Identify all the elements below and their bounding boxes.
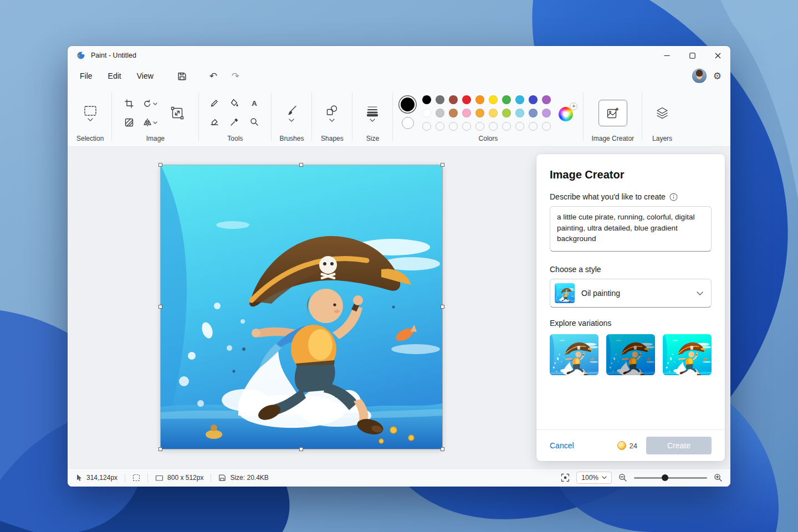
color-swatch[interactable] (475, 95, 484, 104)
variation-thumbnail-1[interactable] (550, 334, 598, 375)
foreground-color[interactable] (401, 98, 415, 111)
file-size-icon (218, 474, 226, 482)
canvas-area[interactable]: Image Creator Describe what you'd like t… (68, 147, 730, 468)
maximize-button[interactable] (679, 46, 705, 65)
rotate-button[interactable] (142, 96, 158, 111)
pencil-tool-button[interactable] (207, 95, 222, 111)
plus-badge-icon: + (570, 103, 577, 110)
color-swatch[interactable] (475, 109, 484, 117)
undo-button[interactable]: ↶ (204, 67, 222, 85)
crop-button[interactable] (121, 96, 137, 111)
menu-view[interactable]: View (129, 68, 161, 84)
menu-edit[interactable]: Edit (100, 68, 129, 84)
account-avatar[interactable] (692, 69, 707, 83)
color-swatch[interactable] (502, 109, 511, 117)
fill-tool-button[interactable] (227, 95, 242, 111)
layers-button[interactable] (650, 100, 674, 126)
ribbon-divider (583, 93, 584, 141)
color-swatch[interactable] (462, 95, 471, 104)
info-icon[interactable] (669, 193, 678, 201)
color-swatch-empty[interactable] (462, 122, 471, 131)
color-swatch[interactable] (542, 95, 551, 104)
ribbon-divider (198, 93, 199, 141)
color-swatch-empty[interactable] (422, 122, 431, 131)
color-swatch[interactable] (489, 95, 498, 104)
color-swatch[interactable] (436, 109, 444, 117)
color-picker-tool-button[interactable] (227, 114, 242, 130)
magnifier-tool-button[interactable] (247, 114, 262, 130)
variation-thumbnail-2[interactable] (606, 334, 655, 375)
zoom-slider-thumb[interactable] (662, 474, 668, 481)
group-label-selection: Selection (76, 134, 104, 144)
close-button[interactable] (705, 46, 730, 65)
canvas-selected-image[interactable] (161, 165, 442, 449)
selection-handle-se[interactable] (441, 447, 444, 451)
background-color[interactable] (402, 117, 414, 129)
create-button[interactable]: Create (646, 437, 712, 454)
variation-image-1 (550, 334, 598, 375)
color-swatch[interactable] (489, 109, 498, 117)
selection-handle-n[interactable] (299, 163, 303, 167)
color-swatch-empty[interactable] (436, 122, 444, 131)
zoom-slider[interactable] (634, 474, 707, 482)
color-swatch-empty[interactable] (475, 122, 484, 131)
color-swatch[interactable] (422, 109, 431, 117)
ribbon-divider (111, 93, 112, 141)
selection-handle-w[interactable] (158, 305, 162, 309)
zoom-out-icon (618, 473, 627, 482)
minimize-button[interactable] (654, 46, 679, 65)
color-swatch[interactable] (436, 95, 444, 104)
eraser-tool-button[interactable] (207, 114, 222, 130)
color-swatch-empty[interactable] (529, 122, 538, 131)
color-swatch[interactable] (515, 95, 524, 104)
size-button[interactable] (360, 98, 385, 129)
style-dropdown[interactable]: Oil painting (550, 279, 712, 308)
color-swatch-empty[interactable] (515, 122, 524, 131)
brushes-button[interactable] (279, 98, 304, 129)
chevron-down-icon (329, 119, 335, 122)
cancel-button[interactable]: Cancel (550, 441, 574, 450)
selection-handle-nw[interactable] (158, 163, 162, 167)
resize-image-button[interactable] (164, 100, 191, 126)
cursor-position: 314,124px (75, 474, 117, 482)
zoom-out-button[interactable] (618, 473, 627, 482)
zoom-in-icon (714, 473, 723, 482)
selection-handle-e[interactable] (441, 305, 444, 309)
fit-to-screen-button[interactable] (561, 473, 570, 482)
prompt-input[interactable]: a little cute pirate, running, colorful,… (550, 206, 712, 252)
color-swatch-empty[interactable] (489, 122, 498, 131)
color-swatch-empty[interactable] (542, 122, 551, 131)
zoom-in-button[interactable] (714, 473, 723, 482)
custom-color-button[interactable]: + (559, 105, 575, 121)
save-button[interactable] (173, 67, 191, 85)
text-tool-button[interactable]: A (247, 95, 262, 111)
color-swatch[interactable] (529, 109, 538, 117)
color-swatch-empty[interactable] (449, 122, 458, 131)
ribbon-group-shapes: Shapes (314, 87, 350, 146)
selection-handle-sw[interactable] (158, 447, 162, 451)
variation-thumbnail-3[interactable] (663, 334, 712, 375)
ribbon-toolbar: Selection (68, 87, 730, 147)
texture-select-button[interactable] (121, 115, 137, 130)
color-swatch[interactable] (422, 95, 431, 104)
color-swatch[interactable] (502, 95, 511, 104)
settings-button[interactable]: ⚙ (713, 70, 722, 82)
menu-file[interactable]: File (72, 68, 100, 84)
flip-button[interactable] (142, 115, 158, 130)
color-swatch-empty[interactable] (502, 122, 511, 131)
image-creator-button[interactable] (598, 100, 627, 126)
image-dimensions: 800 x 512px (155, 474, 203, 482)
redo-button[interactable]: ↷ (227, 67, 244, 85)
color-swatch[interactable] (449, 109, 458, 117)
zoom-level-dropdown[interactable]: 100% (576, 472, 612, 484)
color-swatch[interactable] (515, 109, 524, 117)
color-swatch[interactable] (542, 109, 551, 117)
color-swatch[interactable] (529, 95, 538, 104)
selection-handle-ne[interactable] (441, 163, 444, 167)
credits-count: 24 (630, 442, 637, 450)
color-swatch[interactable] (449, 95, 458, 104)
selection-tool-button[interactable] (78, 98, 103, 129)
shapes-button[interactable] (320, 98, 344, 129)
color-swatch[interactable] (462, 109, 471, 117)
selection-handle-s[interactable] (299, 447, 303, 451)
